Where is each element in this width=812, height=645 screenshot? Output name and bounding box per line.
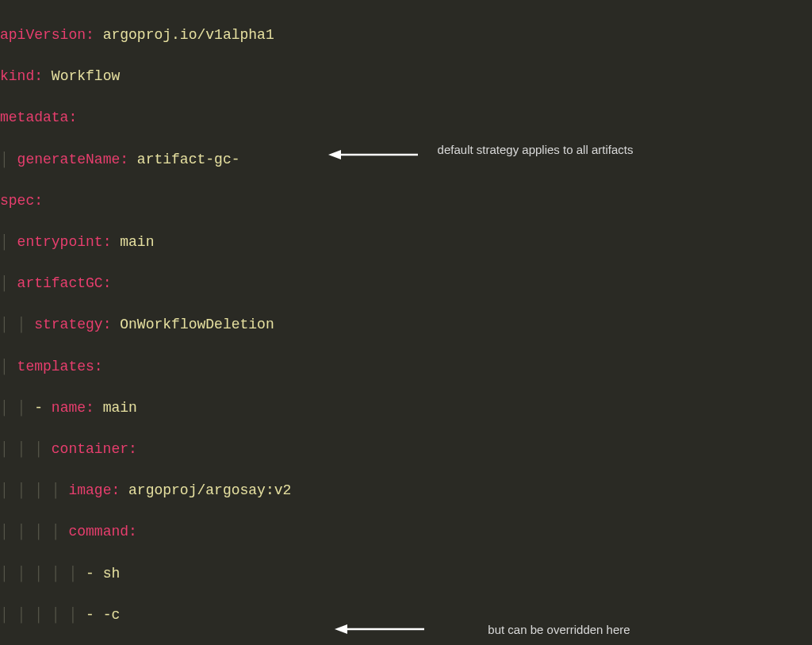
code-line: │ │ │ container: bbox=[0, 439, 812, 459]
yaml-code-block: apiVersion: argoproj.io/v1alpha1 kind: W… bbox=[0, 4, 812, 645]
arrow-icon bbox=[333, 621, 428, 637]
svg-marker-3 bbox=[335, 624, 347, 634]
code-line: │ │ │ │ │ - sh bbox=[0, 563, 812, 584]
svg-marker-1 bbox=[328, 150, 341, 159]
code-line: │ templates: bbox=[0, 356, 812, 377]
code-line: │ │ strategy: OnWorkflowDeletion bbox=[0, 314, 812, 335]
arrow-icon bbox=[327, 147, 422, 163]
code-line: metadata: bbox=[0, 107, 812, 128]
code-line: │ artifactGC: bbox=[0, 273, 812, 294]
code-line: kind: Workflow bbox=[0, 66, 812, 86]
code-line: │ │ - name: main bbox=[0, 397, 812, 418]
code-line: │ │ │ │ image: argoproj/argosay:v2 bbox=[0, 480, 812, 501]
code-line: apiVersion: argoproj.io/v1alpha1 bbox=[0, 25, 812, 45]
annotation-text: but can be overridden here bbox=[460, 623, 658, 637]
code-line: spec: bbox=[0, 190, 812, 211]
code-line: │ │ │ │ command: bbox=[0, 521, 812, 542]
annotation-text: default strategy applies to all artifact… bbox=[432, 143, 638, 157]
code-line: │ entrypoint: main bbox=[0, 232, 812, 252]
